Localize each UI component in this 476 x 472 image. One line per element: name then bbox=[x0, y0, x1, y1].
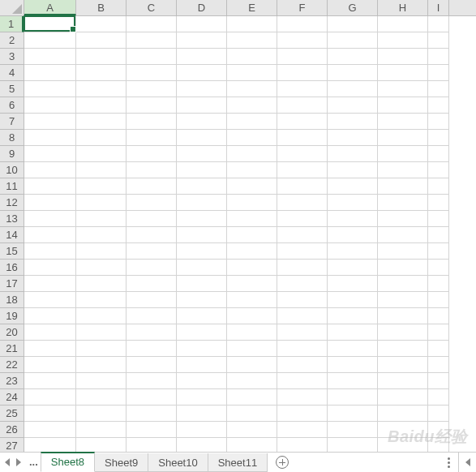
cell[interactable] bbox=[378, 178, 428, 195]
cell[interactable] bbox=[378, 130, 428, 146]
row-header-10[interactable]: 10 bbox=[0, 162, 24, 178]
column-header-e[interactable]: E bbox=[227, 0, 277, 15]
cell[interactable] bbox=[227, 162, 277, 178]
cell[interactable] bbox=[127, 32, 177, 49]
row-header-15[interactable]: 15 bbox=[0, 243, 24, 260]
cell[interactable] bbox=[277, 324, 328, 341]
cell[interactable] bbox=[177, 341, 227, 357]
cell[interactable] bbox=[277, 178, 328, 195]
cell[interactable] bbox=[328, 292, 378, 308]
cell[interactable] bbox=[428, 211, 449, 227]
cell[interactable] bbox=[177, 114, 227, 130]
cell[interactable] bbox=[428, 357, 449, 373]
cell[interactable] bbox=[24, 389, 76, 405]
cell[interactable] bbox=[24, 16, 76, 32]
cell[interactable] bbox=[24, 227, 76, 243]
cell[interactable] bbox=[428, 227, 449, 243]
row-header-25[interactable]: 25 bbox=[0, 405, 24, 422]
cell[interactable] bbox=[277, 357, 328, 373]
column-header-d[interactable]: D bbox=[177, 0, 227, 15]
row-header-17[interactable]: 17 bbox=[0, 276, 24, 292]
cell[interactable] bbox=[227, 341, 277, 357]
cell[interactable] bbox=[76, 178, 127, 195]
cell[interactable] bbox=[177, 130, 227, 146]
cell[interactable] bbox=[127, 260, 177, 276]
cell[interactable] bbox=[328, 276, 378, 292]
cell[interactable] bbox=[428, 195, 449, 211]
cell[interactable] bbox=[378, 324, 428, 341]
cell[interactable] bbox=[428, 97, 449, 114]
cell[interactable] bbox=[227, 227, 277, 243]
cell[interactable] bbox=[76, 146, 127, 162]
cell[interactable] bbox=[328, 243, 378, 260]
cell[interactable] bbox=[378, 195, 428, 211]
cell[interactable] bbox=[227, 324, 277, 341]
cell[interactable] bbox=[428, 243, 449, 260]
cell[interactable] bbox=[277, 97, 328, 114]
cell[interactable] bbox=[227, 243, 277, 260]
cell[interactable] bbox=[227, 276, 277, 292]
sheet-tab-sheet11[interactable]: Sheet11 bbox=[208, 453, 268, 472]
cell[interactable] bbox=[328, 16, 378, 32]
cell[interactable] bbox=[428, 130, 449, 146]
row-header-4[interactable]: 4 bbox=[0, 65, 24, 81]
cell[interactable] bbox=[177, 195, 227, 211]
row-header-16[interactable]: 16 bbox=[0, 260, 24, 276]
cell[interactable] bbox=[328, 227, 378, 243]
cell[interactable] bbox=[428, 389, 449, 405]
cell[interactable] bbox=[428, 114, 449, 130]
cell[interactable] bbox=[277, 16, 328, 32]
cell[interactable] bbox=[24, 243, 76, 260]
cell[interactable] bbox=[328, 162, 378, 178]
tab-bar-menu-button[interactable] bbox=[440, 453, 458, 472]
cell[interactable] bbox=[328, 324, 378, 341]
cell[interactable] bbox=[227, 373, 277, 389]
cell[interactable] bbox=[428, 162, 449, 178]
cell[interactable] bbox=[328, 308, 378, 324]
column-header-a[interactable]: A bbox=[24, 0, 76, 15]
row-header-22[interactable]: 22 bbox=[0, 357, 24, 373]
column-header-c[interactable]: C bbox=[127, 0, 177, 15]
cell[interactable] bbox=[428, 146, 449, 162]
cell[interactable] bbox=[177, 357, 227, 373]
cell[interactable] bbox=[177, 16, 227, 32]
cell[interactable] bbox=[227, 114, 277, 130]
row-header-3[interactable]: 3 bbox=[0, 49, 24, 65]
cell[interactable] bbox=[24, 211, 76, 227]
cell[interactable] bbox=[76, 97, 127, 114]
cell[interactable] bbox=[277, 195, 328, 211]
cell[interactable] bbox=[428, 405, 449, 422]
cell[interactable] bbox=[328, 405, 378, 422]
cell[interactable] bbox=[227, 97, 277, 114]
cell[interactable] bbox=[428, 308, 449, 324]
cell[interactable] bbox=[428, 81, 449, 97]
sheet-tab-sheet8[interactable]: Sheet8 bbox=[41, 452, 95, 472]
cell[interactable] bbox=[428, 341, 449, 357]
cell[interactable] bbox=[127, 97, 177, 114]
cell[interactable] bbox=[76, 211, 127, 227]
cell[interactable] bbox=[24, 81, 76, 97]
cell[interactable] bbox=[378, 97, 428, 114]
cell[interactable] bbox=[76, 16, 127, 32]
cell[interactable] bbox=[24, 146, 76, 162]
cell[interactable] bbox=[277, 32, 328, 49]
column-header-f[interactable]: F bbox=[277, 0, 328, 15]
cell[interactable] bbox=[177, 227, 227, 243]
cell[interactable] bbox=[378, 357, 428, 373]
cell[interactable] bbox=[328, 373, 378, 389]
cell[interactable] bbox=[428, 422, 449, 438]
cell[interactable] bbox=[24, 195, 76, 211]
cell[interactable] bbox=[428, 276, 449, 292]
cell[interactable] bbox=[378, 32, 428, 49]
cell[interactable] bbox=[328, 130, 378, 146]
cell[interactable] bbox=[277, 341, 328, 357]
cell[interactable] bbox=[277, 146, 328, 162]
cell[interactable] bbox=[127, 227, 177, 243]
cell[interactable] bbox=[177, 422, 227, 438]
cell[interactable] bbox=[428, 260, 449, 276]
tab-nav-next-icon[interactable] bbox=[16, 458, 21, 466]
cell[interactable] bbox=[328, 357, 378, 373]
cell[interactable] bbox=[127, 114, 177, 130]
cell[interactable] bbox=[277, 243, 328, 260]
row-header-26[interactable]: 26 bbox=[0, 422, 24, 438]
